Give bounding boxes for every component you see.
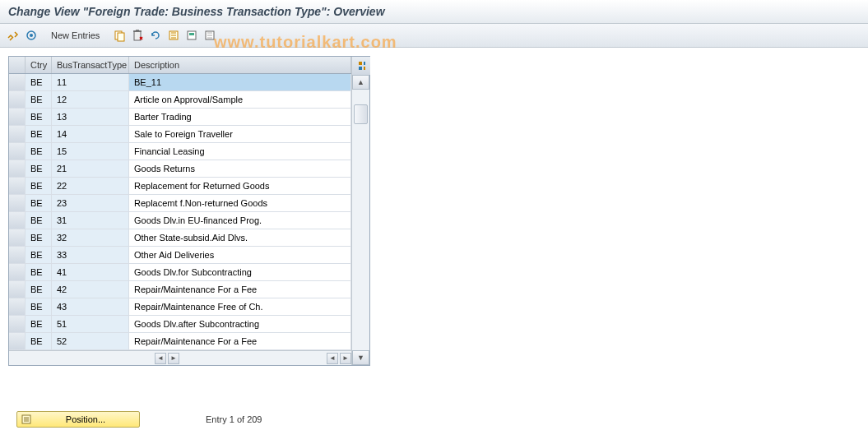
row-selector[interactable] xyxy=(9,74,26,90)
undo-change-icon[interactable] xyxy=(147,27,164,44)
cell-desc[interactable]: Repair/Maintenance For a Fee xyxy=(129,281,351,298)
cell-btt[interactable]: 33 xyxy=(52,247,129,263)
row-selector-header[interactable] xyxy=(9,57,26,73)
table-row[interactable]: BE42Repair/Maintenance For a Fee xyxy=(9,281,351,298)
table-row[interactable]: BE52Repair/Maintenance For a Fee xyxy=(9,333,351,350)
cell-desc[interactable]: Goods Returns xyxy=(129,160,351,177)
cell-ctry[interactable]: BE xyxy=(26,143,52,160)
row-selector[interactable] xyxy=(9,178,26,194)
table-row[interactable]: BE12Article on Approval/Sample xyxy=(9,91,351,109)
cell-ctry[interactable]: BE xyxy=(26,109,52,125)
cell-desc[interactable]: Replacemt f.Non-returned Goods xyxy=(129,195,351,211)
cell-ctry[interactable]: BE xyxy=(26,298,52,315)
table-row[interactable]: BE22Replacement for Returned Goods xyxy=(9,178,351,195)
row-selector[interactable] xyxy=(9,143,26,160)
scroll-left-button[interactable]: ◄ xyxy=(155,353,166,364)
cell-ctry[interactable]: BE xyxy=(26,247,52,263)
cell-btt[interactable]: 15 xyxy=(52,143,129,160)
cell-desc[interactable]: Sale to Foreign Traveller xyxy=(129,126,351,142)
select-block-icon[interactable] xyxy=(183,27,200,44)
row-selector[interactable] xyxy=(9,229,26,246)
row-selector[interactable] xyxy=(9,247,26,263)
cell-btt[interactable]: 32 xyxy=(52,229,129,246)
row-selector[interactable] xyxy=(9,109,26,125)
select-all-icon[interactable] xyxy=(165,27,182,44)
cell-ctry[interactable]: BE xyxy=(26,316,52,332)
cell-desc[interactable]: Replacement for Returned Goods xyxy=(129,178,351,194)
cell-desc[interactable]: Other State-subsid.Aid Dlvs. xyxy=(129,229,351,246)
toggle-display-change-icon[interactable] xyxy=(5,27,21,44)
cell-ctry[interactable]: BE xyxy=(26,195,52,211)
column-header-ctry[interactable]: Ctry xyxy=(26,57,52,73)
cell-ctry[interactable]: BE xyxy=(26,212,52,229)
column-header-desc[interactable]: Description xyxy=(129,57,351,73)
row-selector[interactable] xyxy=(9,264,26,280)
table-row[interactable]: BE41Goods Dlv.for Subcontracting xyxy=(9,264,351,281)
configure-columns-icon[interactable] xyxy=(352,57,370,75)
cell-ctry[interactable]: BE xyxy=(26,333,52,349)
scroll-down-button[interactable]: ▼ xyxy=(352,350,369,365)
cell-btt[interactable]: 42 xyxy=(52,281,129,298)
cell-desc[interactable]: Article on Approval/Sample xyxy=(129,91,351,108)
cell-ctry[interactable]: BE xyxy=(26,178,52,194)
new-entries-button[interactable]: New Entries xyxy=(44,29,106,42)
table-row[interactable]: BE13Barter Trading xyxy=(9,109,351,126)
table-row[interactable]: BE11BE_11 xyxy=(9,74,351,91)
table-row[interactable]: BE23Replacemt f.Non-returned Goods xyxy=(9,195,351,212)
cell-btt[interactable]: 11 xyxy=(52,74,129,90)
row-selector[interactable] xyxy=(9,126,26,142)
cell-btt[interactable]: 14 xyxy=(52,126,129,142)
cell-desc[interactable]: Goods Dlv.after Subcontracting xyxy=(129,316,351,332)
cell-btt[interactable]: 51 xyxy=(52,316,129,332)
cell-desc[interactable]: Repair/Maintenance For a Fee xyxy=(129,333,351,349)
cell-desc[interactable]: Goods Dlv.in EU-financed Prog. xyxy=(129,212,351,229)
cell-ctry[interactable]: BE xyxy=(26,91,52,108)
cell-btt[interactable]: 12 xyxy=(52,91,129,108)
row-selector[interactable] xyxy=(9,316,26,332)
horizontal-scrollbar[interactable]: ◄ ► ◄ ► xyxy=(9,350,351,365)
column-header-btt[interactable]: BusTransactType xyxy=(52,57,129,73)
copy-as-icon[interactable] xyxy=(111,27,128,44)
row-selector[interactable] xyxy=(9,281,26,298)
cell-btt[interactable]: 31 xyxy=(52,212,129,229)
cell-btt[interactable]: 43 xyxy=(52,298,129,315)
cell-desc[interactable]: Other Aid Deliveries xyxy=(129,247,351,263)
row-selector[interactable] xyxy=(9,160,26,177)
scroll-right-button[interactable]: ► xyxy=(168,353,179,364)
cell-desc[interactable]: Barter Trading xyxy=(129,109,351,125)
cell-ctry[interactable]: BE xyxy=(26,160,52,177)
cell-ctry[interactable]: BE xyxy=(26,264,52,280)
row-selector[interactable] xyxy=(9,298,26,315)
table-row[interactable]: BE15Financial Leasing xyxy=(9,143,351,160)
table-row[interactable]: BE43Repair/Maintenance Free of Ch. xyxy=(9,298,351,316)
table-row[interactable]: BE14Sale to Foreign Traveller xyxy=(9,126,351,143)
cell-btt[interactable]: 22 xyxy=(52,178,129,194)
scroll-left-end-button[interactable]: ◄ xyxy=(327,353,338,364)
table-row[interactable]: BE31Goods Dlv.in EU-financed Prog. xyxy=(9,212,351,229)
delete-icon[interactable] xyxy=(129,27,146,44)
deselect-all-icon[interactable] xyxy=(202,27,218,44)
position-button[interactable]: Position... xyxy=(16,411,140,428)
table-row[interactable]: BE32Other State-subsid.Aid Dlvs. xyxy=(9,229,351,247)
row-selector[interactable] xyxy=(9,195,26,211)
scroll-right-end-button[interactable]: ► xyxy=(340,353,351,364)
table-row[interactable]: BE21Goods Returns xyxy=(9,160,351,178)
scroll-track[interactable] xyxy=(352,90,369,350)
other-view-icon[interactable] xyxy=(23,27,39,44)
vertical-scrollbar[interactable]: ▲ ▼ xyxy=(351,57,369,365)
row-selector[interactable] xyxy=(9,333,26,349)
table-row[interactable]: BE51Goods Dlv.after Subcontracting xyxy=(9,316,351,333)
cell-btt[interactable]: 41 xyxy=(52,264,129,280)
cell-ctry[interactable]: BE xyxy=(26,74,52,90)
table-row[interactable]: BE33Other Aid Deliveries xyxy=(9,247,351,264)
row-selector[interactable] xyxy=(9,212,26,229)
cell-desc[interactable]: Goods Dlv.for Subcontracting xyxy=(129,264,351,280)
cell-btt[interactable]: 52 xyxy=(52,333,129,349)
cell-btt[interactable]: 23 xyxy=(52,195,129,211)
cell-desc[interactable]: Repair/Maintenance Free of Ch. xyxy=(129,298,351,315)
cell-btt[interactable]: 21 xyxy=(52,160,129,177)
scroll-up-button[interactable]: ▲ xyxy=(352,75,369,90)
scroll-thumb[interactable] xyxy=(354,104,368,124)
cell-desc[interactable]: Financial Leasing xyxy=(129,143,351,160)
cell-ctry[interactable]: BE xyxy=(26,126,52,142)
